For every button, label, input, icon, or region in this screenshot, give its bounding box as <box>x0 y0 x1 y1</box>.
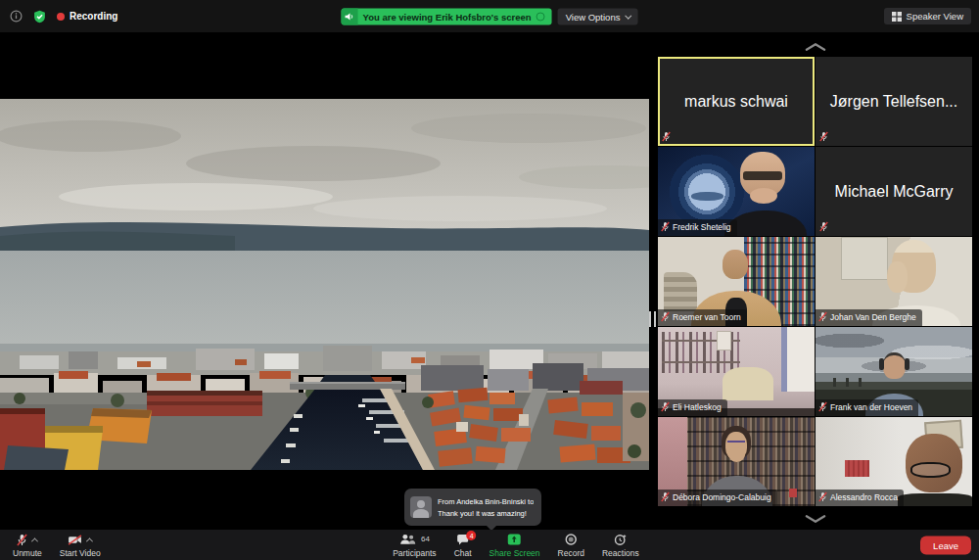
participant-tile-jorgen-tellefsen[interactable]: Jørgen Tellefsen... <box>816 57 972 146</box>
chat-label: Chat <box>454 549 472 558</box>
start-video-button[interactable]: Start Video <box>51 530 110 560</box>
panel-resize-handle[interactable] <box>649 311 656 327</box>
participant-tile-fredrik-shetelig[interactable]: Fredrik Shetelig <box>658 147 815 236</box>
chat-notification[interactable]: From Andelka Bnin-Bninski to Ever... Tha… <box>404 489 541 526</box>
recording-indicator: Recording <box>57 11 117 22</box>
unmute-button[interactable]: Unmute <box>4 530 51 560</box>
chat-from-line: From Andelka Bnin-Bninski to Ever... <box>438 497 534 506</box>
muted-mic-icon <box>661 401 670 414</box>
participants-button[interactable]: 64 Participants <box>384 530 444 560</box>
unmute-label: Unmute <box>13 549 42 558</box>
share-screen-icon <box>508 534 522 545</box>
meeting-toolbar: Unmute Start Video 64 Participants 4 Cha… <box>0 530 979 560</box>
encryption-shield-icon[interactable] <box>33 10 46 23</box>
participants-count: 64 <box>421 536 430 543</box>
participant-tile-frank-van-der-hoeven[interactable]: Frank van der Hoeven <box>816 327 972 416</box>
muted-mic-icon <box>819 131 828 142</box>
banner-status-icon <box>536 12 545 21</box>
participant-tile-eli-hatleskog[interactable]: Eli Hatleskog <box>658 327 815 416</box>
banner-text: You are viewing Erik Hofsbro's screen <box>363 11 532 22</box>
participant-name: Eli Hatleskog <box>673 403 722 412</box>
participant-name: Michael McGarry <box>835 183 954 201</box>
share-screen-button[interactable]: Share Screen <box>481 530 549 560</box>
participant-tile-johan-van-den-berghe[interactable]: Johan Van Den Berghe <box>816 237 972 326</box>
shared-screen-area <box>0 32 652 530</box>
chat-avatar-icon <box>410 496 432 518</box>
chevron-down-icon <box>625 12 631 19</box>
participant-name: Frank van der Hoeven <box>830 403 912 412</box>
chat-button[interactable]: 4 Chat <box>445 530 481 560</box>
participant-tile-roemer-van-toorn[interactable]: Roemer van Toorn <box>658 237 815 326</box>
leave-button[interactable]: Leave <box>920 536 971 554</box>
participant-name: markus schwai <box>684 93 788 111</box>
speaker-audio-icon <box>342 8 358 24</box>
share-screen-label: Share Screen <box>490 549 540 558</box>
reactions-label: Reactions <box>602 549 639 558</box>
participants-label: Participants <box>393 549 436 558</box>
participant-grid: markus schwai Jørgen Tellefsen... Fredri… <box>658 57 972 506</box>
muted-mic-icon <box>818 491 827 504</box>
participant-tile-alessandro-rocca[interactable]: Alessandro Rocca <box>816 417 972 506</box>
recording-dot-icon <box>57 13 65 21</box>
participants-icon <box>399 534 416 545</box>
shared-screen-content <box>0 99 649 470</box>
reactions-button[interactable]: Reactions <box>593 530 648 560</box>
audio-options-caret[interactable] <box>31 537 38 544</box>
participant-name: Alessandro Rocca <box>830 493 898 502</box>
reactions-icon <box>614 534 627 545</box>
chat-unread-badge: 4 <box>467 531 477 540</box>
muted-mic-icon <box>661 491 670 504</box>
muted-mic-icon <box>661 311 670 324</box>
meeting-info-icon[interactable] <box>10 10 23 23</box>
meeting-top-bar: Recording You are viewing Erik Hofsbro's… <box>0 0 979 32</box>
participant-name: Débora Domingo-Calabuig <box>673 493 771 502</box>
participant-name: Jørgen Tellefsen... <box>830 93 957 111</box>
chat-message: Thank you! it was amazing! <box>438 509 534 518</box>
muted-mic-icon <box>818 311 827 324</box>
muted-mic-icon <box>818 401 827 414</box>
participants-panel: markus schwai Jørgen Tellefsen... Fredri… <box>658 32 973 530</box>
record-icon <box>565 534 577 545</box>
video-options-caret[interactable] <box>86 537 93 544</box>
participant-name: Roemer van Toorn <box>673 313 741 322</box>
participant-tile-michael-mcgarry[interactable]: Michael McGarry <box>816 147 972 236</box>
start-video-label: Start Video <box>60 549 101 558</box>
recording-label: Recording <box>70 11 117 22</box>
grid-view-icon <box>892 12 902 22</box>
speaker-view-button[interactable]: Speaker View <box>884 8 971 24</box>
muted-mic-icon <box>661 221 670 234</box>
scroll-up-chevron-icon[interactable] <box>805 42 826 52</box>
record-button[interactable]: Record <box>549 530 593 560</box>
camera-off-icon <box>68 535 82 545</box>
viewing-screen-banner: You are viewing Erik Hofsbro's screen <box>342 8 552 24</box>
participant-tile-markus-schwai[interactable]: markus schwai <box>658 57 815 146</box>
participant-name: Fredrik Shetelig <box>673 223 731 232</box>
muted-mic-icon <box>819 221 828 232</box>
trondheim-aerial-photo <box>0 99 649 470</box>
mic-muted-icon <box>17 534 27 546</box>
muted-mic-icon <box>662 131 671 142</box>
view-options-button[interactable]: View Options <box>558 8 638 24</box>
scroll-down-chevron-icon[interactable] <box>805 514 826 524</box>
participant-name: Johan Van Den Berghe <box>830 313 916 322</box>
record-label: Record <box>558 549 584 558</box>
participant-tile-debora-domingo-calabuig[interactable]: Débora Domingo-Calabuig <box>658 417 815 506</box>
